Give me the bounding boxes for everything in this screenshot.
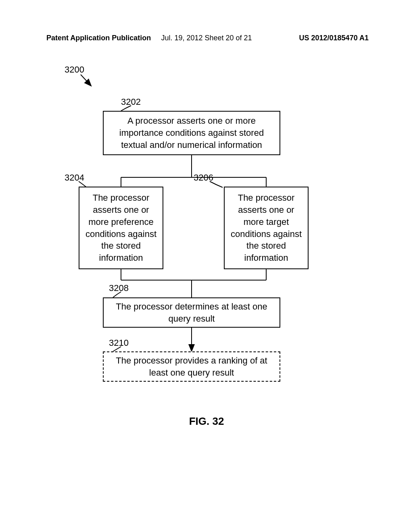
reference-numeral-3208: 3208 xyxy=(109,283,129,293)
flowchart-step-3208: The processor determines at least one qu… xyxy=(103,297,280,328)
flowchart-step-3202: A processor asserts one or more importan… xyxy=(103,111,280,155)
step-text: The processor determines at least one qu… xyxy=(109,301,274,324)
reference-numeral-3200: 3200 xyxy=(65,64,84,75)
figure-label: FIG. 32 xyxy=(0,415,413,428)
reference-numeral-3202: 3202 xyxy=(121,97,141,107)
flowchart-step-3210-optional: The processor provides a ranking of at l… xyxy=(103,351,280,382)
flowchart-step-3206: The processor asserts one or more target… xyxy=(224,187,309,269)
header-pub-number: US 2012/0185470 A1 xyxy=(299,34,369,42)
header-date-sheet: Jul. 19, 2012 Sheet 20 of 21 xyxy=(161,34,252,42)
step-text: The processor asserts one or more prefer… xyxy=(85,192,157,264)
flowchart-step-3204: The processor asserts one or more prefer… xyxy=(79,187,163,269)
step-text: The processor asserts one or more target… xyxy=(230,192,302,264)
step-text: The processor provides a ranking of at l… xyxy=(109,355,274,378)
header-publication-label: Patent Application Publication xyxy=(46,34,151,42)
reference-numeral-3204: 3204 xyxy=(65,172,84,183)
flowchart-diagram: 3200 3202 3204 3206 3208 3210 A processo… xyxy=(0,56,413,459)
reference-numeral-3206: 3206 xyxy=(194,172,213,183)
page-header: Patent Application Publication Jul. 19, … xyxy=(0,34,413,42)
step-text: A processor asserts one or more importan… xyxy=(109,115,274,151)
reference-numeral-3210: 3210 xyxy=(109,338,129,348)
